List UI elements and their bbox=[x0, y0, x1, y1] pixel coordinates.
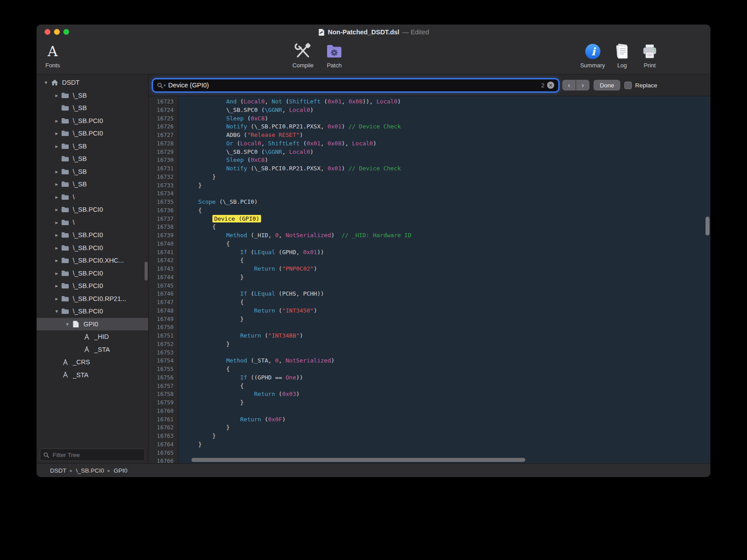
disclosure-triangle[interactable]: ▸ bbox=[53, 206, 61, 213]
disclosure-triangle[interactable]: ▸ bbox=[53, 92, 61, 99]
tree-item-sta[interactable]: _STA bbox=[37, 369, 148, 382]
folder-icon bbox=[61, 180, 70, 188]
code-line: 16729 \_SB.SPC0 (\GGNR, Local0) bbox=[149, 148, 710, 156]
disclosure-triangle[interactable]: ▸ bbox=[53, 118, 61, 124]
code-text: Sleep (0xC8) bbox=[178, 115, 268, 123]
find-previous-button[interactable]: ‹ bbox=[562, 80, 576, 91]
disclosure-triangle[interactable]: ▾ bbox=[53, 308, 61, 314]
code-line: 16754 Method (_STA, 0, NotSerialized) bbox=[149, 357, 710, 365]
tree-item-crs[interactable]: _CRS bbox=[37, 356, 148, 369]
tree-item-sb[interactable]: \_SB bbox=[37, 102, 148, 115]
code-token: LEqual bbox=[254, 290, 275, 297]
find-query-text[interactable]: Device (GPI0) bbox=[168, 82, 539, 89]
folder-icon bbox=[61, 129, 70, 137]
tree-item-label: \ bbox=[73, 219, 75, 226]
line-number: 16751 bbox=[149, 332, 178, 340]
info-icon: i bbox=[585, 41, 601, 61]
tree-item-sb-pci0-rp21[interactable]: ▸\_SB.PCI0.RP21... bbox=[37, 292, 148, 305]
tree-item-root[interactable]: ▸\ bbox=[37, 216, 148, 229]
compile-button[interactable]: Compile bbox=[287, 41, 319, 69]
tree-item-label: \ bbox=[73, 194, 75, 201]
code-token: ) bbox=[341, 123, 349, 130]
code-token: "INT3450" bbox=[282, 307, 313, 314]
find-next-button[interactable]: › bbox=[576, 80, 589, 91]
tree-item-label: \_SB bbox=[73, 104, 87, 111]
tree-item-sb[interactable]: \_SB bbox=[37, 152, 148, 165]
patch-button[interactable]: Patch bbox=[318, 41, 350, 69]
breadcrumb-item[interactable]: GPI0 bbox=[114, 467, 128, 474]
code-line: 16725 Sleep (0xC8) bbox=[149, 115, 710, 123]
tree-item-sb-pci0-xhc[interactable]: ▸\_SB.PCI0.XHC... bbox=[37, 254, 148, 267]
window-title: Non-Patched_DSDT.dsl — Edited bbox=[37, 25, 710, 40]
folder-icon bbox=[61, 193, 70, 201]
tree-item-sb-pci0[interactable]: ▸\_SB.PCI0 bbox=[37, 229, 148, 242]
disclosure-triangle[interactable]: ▸ bbox=[53, 130, 61, 136]
disclosure-triangle[interactable]: ▸ bbox=[53, 232, 61, 238]
code-token: ( bbox=[247, 290, 254, 297]
vertical-scrollbar[interactable] bbox=[706, 217, 710, 235]
code-text: \_SB.SPC0 (\GGNR, Local0) bbox=[178, 148, 314, 156]
tree-item-sb-pci0[interactable]: ▸\_SB.PCI0 bbox=[37, 267, 148, 280]
code-token: LEqual bbox=[254, 249, 275, 255]
code-line: 16739 Method (_HID, 0, NotSerialized) //… bbox=[149, 231, 710, 240]
tree-item-sb[interactable]: ▸\_SB bbox=[37, 89, 148, 102]
code-token: ( bbox=[299, 140, 307, 147]
code-text: Return (0x03) bbox=[178, 390, 299, 399]
tree-item-label: _STA bbox=[73, 371, 88, 379]
tree-item-sb-pci0[interactable]: ▸\_SB.PCI0 bbox=[37, 203, 148, 216]
disclosure-triangle[interactable]: ▸ bbox=[53, 257, 61, 264]
code-token: { bbox=[240, 383, 244, 389]
disclosure-triangle[interactable]: ▾ bbox=[63, 321, 71, 327]
tree-item-sb-pci0[interactable]: ▸\_SB.PCI0 bbox=[37, 280, 148, 292]
replace-checkbox[interactable] bbox=[624, 82, 632, 89]
summary-button[interactable]: i Summary bbox=[577, 41, 609, 69]
code-editor[interactable]: 16723 And (Local0, Not (ShiftLeft (0x01,… bbox=[149, 96, 710, 463]
tree-item-sb-pci0[interactable]: ▸\_SB.PCI0 bbox=[37, 127, 148, 140]
fonts-button[interactable]: A Fonts bbox=[37, 41, 69, 69]
tree-item-sb-pci0[interactable]: ▸\_SB.PCI0 bbox=[37, 115, 148, 128]
tree-item-sb-pci0[interactable]: ▸\_SB.PCI0 bbox=[37, 242, 148, 255]
folder-icon bbox=[61, 307, 70, 315]
tree-item-sb[interactable]: ▸\_SB bbox=[37, 178, 148, 191]
tree-item-hid[interactable]: _HID bbox=[37, 330, 148, 343]
tree-item-dsdt[interactable]: ▾DSDT bbox=[37, 76, 148, 89]
tree-item-gpi0[interactable]: ▾GPI0 bbox=[37, 318, 148, 331]
disclosure-triangle[interactable]: ▸ bbox=[53, 270, 61, 276]
code-text: And (Local0, Not (ShiftLeft (0x01, 0x08)… bbox=[178, 98, 401, 106]
code-text bbox=[178, 457, 184, 463]
tree-item-sb[interactable]: ▸\_SB bbox=[37, 165, 148, 178]
code-token: ) bbox=[373, 140, 377, 147]
print-button[interactable]: Print bbox=[634, 41, 666, 69]
line-number: 16761 bbox=[149, 416, 178, 424]
sidebar-scrollbar[interactable] bbox=[145, 262, 148, 280]
disclosure-triangle[interactable]: ▸ bbox=[53, 194, 61, 200]
disclosure-triangle[interactable]: ▸ bbox=[53, 296, 61, 302]
disclosure-triangle[interactable]: ▸ bbox=[53, 283, 61, 289]
tree-item-sb[interactable]: ▸\_SB bbox=[37, 140, 148, 153]
line-number: 16737 bbox=[149, 215, 178, 223]
clear-search-button[interactable]: ✕ bbox=[547, 82, 554, 89]
tree-item-root[interactable]: ▸\ bbox=[37, 191, 148, 204]
code-token: ) bbox=[331, 232, 341, 239]
breadcrumb-item[interactable]: \_SB.PCI0 bbox=[76, 467, 104, 474]
code-token: ( bbox=[275, 307, 282, 314]
line-number: 16748 bbox=[149, 307, 178, 315]
disclosure-triangle[interactable]: ▸ bbox=[53, 245, 61, 251]
search-scope-menu[interactable]: ▾ bbox=[157, 82, 166, 88]
breadcrumb-item[interactable]: DSDT bbox=[50, 467, 66, 474]
patch-label: Patch bbox=[327, 62, 341, 69]
horizontal-scrollbar[interactable] bbox=[191, 458, 525, 462]
done-button[interactable]: Done bbox=[593, 80, 620, 91]
find-search-field[interactable]: ▾ Device (GPI0) 2 ✕ bbox=[153, 79, 558, 91]
filter-tree-field[interactable] bbox=[40, 449, 145, 461]
tree-item-sb-pci0[interactable]: ▾\_SB.PCI0 bbox=[37, 305, 148, 318]
disclosure-triangle[interactable]: ▸ bbox=[53, 219, 61, 226]
disclosure-triangle[interactable]: ▸ bbox=[53, 169, 61, 175]
disclosure-triangle[interactable]: ▸ bbox=[53, 181, 61, 187]
tree-item-sta[interactable]: _STA bbox=[37, 343, 148, 356]
code-text: } bbox=[178, 173, 216, 181]
disclosure-triangle[interactable]: ▾ bbox=[42, 79, 50, 86]
filter-tree-input[interactable] bbox=[52, 451, 141, 459]
disclosure-triangle[interactable]: ▸ bbox=[53, 143, 61, 149]
code-token: ( bbox=[282, 98, 289, 105]
